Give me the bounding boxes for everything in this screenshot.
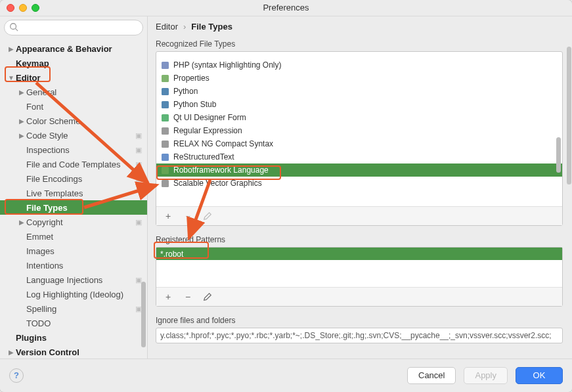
pattern-row[interactable]: *.robot (156, 248, 562, 260)
file-type-row[interactable]: RELAX NG Compact Syntax (156, 137, 562, 150)
svg-line-1 (16, 29, 18, 32)
sidebar-item-todo[interactable]: TODO (0, 316, 147, 330)
sidebar-item-copyright[interactable]: ▶Copyright▣ (0, 215, 147, 229)
file-type-row[interactable]: Python Stub (156, 98, 562, 111)
sidebar-item-emmet[interactable]: Emmet (0, 229, 147, 244)
file-type-icon (160, 179, 169, 188)
edit-pattern-button[interactable] (202, 292, 213, 302)
sidebar-item-label: Keymap (16, 58, 49, 68)
remove-pattern-button[interactable]: − (183, 292, 193, 302)
preferences-sidebar: ▶Appearance & BehaviorKeymap▼Editor▶Gene… (0, 16, 148, 359)
sidebar-item-version-control[interactable]: ▶Version Control (0, 345, 147, 359)
project-config-icon: ▣ (135, 146, 142, 154)
sidebar-item-plugins[interactable]: Plugins (0, 330, 147, 345)
file-types-scrollbar[interactable] (556, 137, 561, 173)
breadcrumb-editor[interactable]: Editor (156, 22, 178, 32)
titlebar: Preferences (0, 0, 572, 16)
file-types-list[interactable]: PHP (syntax Highlighting Only)Properties… (156, 52, 562, 206)
cancel-button[interactable]: Cancel (407, 367, 456, 384)
sidebar-item-spelling[interactable]: Spelling▣ (0, 301, 147, 316)
sidebar-item-file-and-code-templates[interactable]: File and Code Templates▣ (0, 157, 147, 171)
sidebar-item-file-encodings[interactable]: File Encodings▣ (0, 171, 147, 186)
sidebar-item-images[interactable]: Images (0, 244, 147, 258)
sidebar-item-general[interactable]: ▶General (0, 85, 147, 99)
svg-rect-5 (162, 101, 169, 108)
svg-rect-4 (162, 88, 169, 95)
sidebar-item-label: Appearance & Behavior (16, 44, 112, 54)
sidebar-item-log-highlighting-ideolog-[interactable]: Log Highlighting (Ideolog) (0, 287, 147, 301)
sidebar-item-label: Copyright (26, 217, 63, 227)
sidebar-item-editor[interactable]: ▼Editor (0, 70, 147, 85)
window-title: Preferences (263, 3, 309, 12)
sidebar-item-label: Images (26, 246, 55, 256)
edit-file-type-button[interactable] (202, 211, 213, 221)
chevron-right-icon: ▶ (17, 219, 26, 226)
sidebar-item-label: Log Highlighting (Ideolog) (26, 290, 123, 299)
file-type-row[interactable]: Robotframework Language (156, 163, 562, 177)
chevron-right-icon: ▶ (17, 118, 26, 125)
search-icon (9, 22, 18, 32)
file-type-row[interactable]: Scalable Vector Graphics (156, 177, 562, 190)
svg-rect-11 (162, 180, 169, 187)
file-type-row[interactable]: Qt UI Designer Form (156, 111, 562, 124)
ok-button[interactable]: OK (516, 367, 563, 384)
window-zoom-button[interactable] (32, 4, 39, 12)
window-minimize-button[interactable] (19, 4, 27, 12)
chevron-down-icon: ▼ (7, 74, 16, 81)
footer: ? Cancel Apply OK (0, 359, 572, 391)
file-type-row[interactable]: Python (156, 85, 562, 98)
sidebar-item-label: Language Injections (26, 275, 102, 285)
sidebar-item-label: Spelling (26, 304, 56, 314)
ignore-input[interactable] (156, 328, 563, 343)
svg-rect-6 (162, 114, 169, 121)
file-type-row[interactable]: Regular Expression (156, 124, 562, 137)
help-button[interactable]: ? (9, 368, 24, 383)
main-scrollbar[interactable] (567, 47, 571, 185)
sidebar-item-label: Color Scheme (26, 116, 80, 126)
svg-point-0 (11, 24, 16, 30)
sidebar-item-live-templates[interactable]: Live Templates (0, 186, 147, 200)
sidebar-item-inspections[interactable]: Inspections▣ (0, 142, 147, 157)
recognized-label: Recognized File Types (148, 35, 563, 51)
sidebar-item-intentions[interactable]: Intentions (0, 258, 147, 272)
sidebar-item-code-style[interactable]: ▶Code Style▣ (0, 128, 147, 142)
pencil-icon (203, 211, 212, 221)
add-pattern-button[interactable]: + (163, 292, 173, 302)
sidebar-item-label: Intentions (26, 261, 63, 271)
sidebar-item-keymap[interactable]: Keymap (0, 56, 147, 70)
file-type-row[interactable]: Properties (156, 72, 562, 85)
sidebar-item-color-scheme[interactable]: ▶Color Scheme (0, 114, 147, 128)
sidebar-item-label: TODO (26, 318, 51, 328)
sidebar-item-file-types[interactable]: File Types (0, 200, 147, 215)
settings-tree[interactable]: ▶Appearance & BehaviorKeymap▼Editor▶Gene… (0, 39, 147, 359)
file-type-icon (160, 165, 169, 175)
svg-rect-8 (162, 141, 169, 148)
file-type-icon (160, 126, 169, 135)
file-type-label: Python (173, 87, 198, 96)
file-type-label: Robotframework Language (173, 165, 269, 175)
remove-file-type-button[interactable]: − (183, 211, 193, 221)
file-type-icon (160, 60, 169, 70)
sidebar-item-appearance-behavior[interactable]: ▶Appearance & Behavior (0, 41, 147, 56)
sidebar-item-label: General (26, 87, 56, 97)
file-type-label: PHP (syntax Highlighting Only) (173, 60, 282, 70)
patterns-list[interactable]: *.robot (156, 248, 562, 287)
sidebar-item-language-injections[interactable]: Language Injections▣ (0, 272, 147, 287)
project-config-icon: ▣ (135, 276, 142, 284)
sidebar-item-label: Live Templates (26, 188, 83, 198)
file-type-icon (160, 152, 169, 162)
project-config-icon: ▣ (135, 131, 142, 140)
file-type-icon (160, 113, 169, 122)
file-type-row[interactable]: PHP (syntax Highlighting Only) (156, 58, 562, 72)
file-type-row[interactable]: ReStructuredText (156, 150, 562, 163)
sidebar-item-label: Editor (16, 73, 41, 83)
add-file-type-button[interactable]: + (163, 211, 173, 221)
sidebar-item-label: Inspections (26, 145, 70, 155)
search-input[interactable] (4, 20, 143, 35)
sidebar-item-label: Font (26, 102, 43, 112)
svg-rect-2 (162, 62, 169, 69)
sidebar-item-font[interactable]: Font (0, 99, 147, 114)
window-close-button[interactable] (7, 4, 14, 12)
file-type-icon (160, 100, 169, 109)
sidebar-item-label: File Encodings (26, 174, 82, 184)
